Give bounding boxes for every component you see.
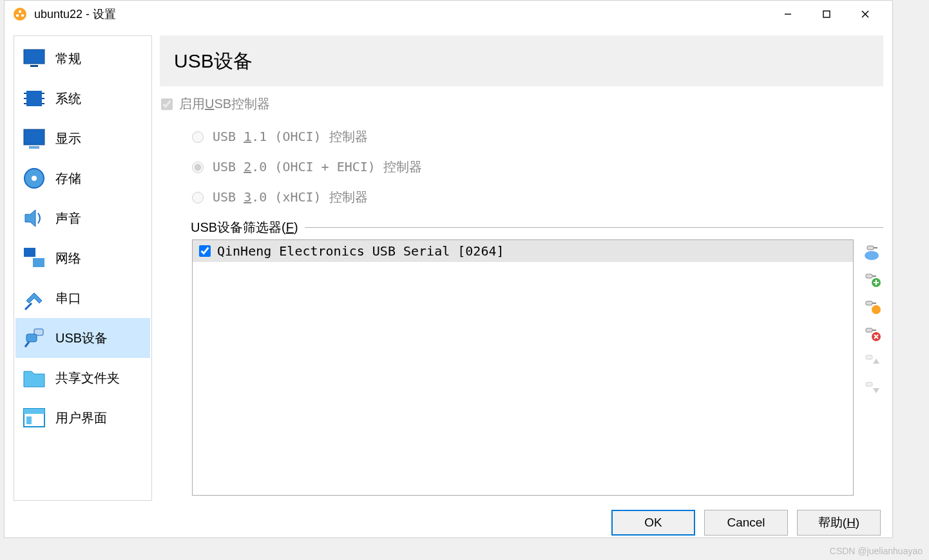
enable-usb-checkbox-row[interactable]: 启用USB控制器 — [161, 93, 883, 115]
filter-heading: USB设备筛选器(F) — [191, 219, 883, 236]
sidebar-item-label: 存储 — [55, 170, 81, 187]
sidebar-item-label: 系统 — [55, 90, 81, 107]
svg-rect-35 — [866, 274, 872, 278]
svg-rect-48 — [866, 355, 872, 359]
usb30-label: USB 3.0 (xHCI) 控制器 — [213, 189, 368, 206]
window-controls — [769, 1, 885, 28]
help-button[interactable]: 帮助(H) — [797, 510, 881, 536]
sidebar-item-system[interactable]: 系统 — [15, 79, 150, 118]
page-header: USB设备 — [160, 35, 883, 86]
sidebar-item-label: USB设备 — [55, 330, 108, 347]
svg-point-42 — [872, 305, 881, 314]
usb11-label: USB 1.1 (OHCI) 控制器 — [213, 128, 368, 145]
sidebar-item-shared-folders[interactable]: 共享文件夹 — [15, 358, 150, 398]
usb30-radio[interactable] — [192, 192, 204, 203]
filter-panel: QinHeng Electronics USB Serial [0264] — [192, 239, 883, 496]
sidebar-item-label: 串口 — [55, 290, 81, 307]
filter-item-checkbox[interactable] — [199, 245, 211, 257]
svg-rect-27 — [26, 334, 37, 342]
sidebar-item-label: 声音 — [55, 210, 81, 227]
cancel-button[interactable]: Cancel — [704, 510, 788, 536]
svg-rect-50 — [866, 382, 872, 386]
svg-point-0 — [14, 8, 26, 21]
screen-icon — [21, 125, 48, 152]
settings-body: 启用USB控制器 USB 1.1 (OHCI) 控制器 USB 2.0 (OHC… — [160, 86, 883, 501]
speaker-icon — [21, 205, 48, 232]
svg-marker-51 — [873, 388, 879, 393]
svg-point-1 — [19, 10, 21, 13]
usb20-radio[interactable] — [192, 162, 204, 173]
watermark: CSDN @juelianhuayao — [830, 546, 923, 556]
sidebar-item-display[interactable]: 显示 — [15, 118, 150, 158]
sidebar-item-audio[interactable]: 声音 — [15, 198, 150, 238]
usb30-radio-row[interactable]: USB 3.0 (xHCI) 控制器 — [192, 182, 883, 212]
sidebar-item-label: 网络 — [55, 250, 81, 267]
svg-point-32 — [865, 251, 879, 260]
usb-icon — [21, 324, 48, 351]
monitor-icon — [21, 45, 48, 72]
svg-rect-23 — [33, 258, 44, 267]
svg-rect-33 — [867, 246, 874, 250]
usb11-radio-row[interactable]: USB 1.1 (OHCI) 控制器 — [192, 122, 883, 152]
svg-marker-49 — [873, 359, 879, 364]
svg-rect-22 — [24, 248, 35, 257]
ui-icon — [21, 404, 48, 431]
filter-item[interactable]: QinHeng Electronics USB Serial [0264] — [193, 240, 853, 262]
sidebar-item-usb[interactable]: USB设备 — [15, 318, 150, 358]
body-area: 常规 系统 显示 存储 声音 网络 — [5, 28, 892, 501]
sidebar-item-label: 用户界面 — [55, 409, 107, 427]
sidebar-item-label: 常规 — [55, 50, 81, 68]
filter-item-label: QinHeng Electronics USB Serial [0264] — [217, 243, 504, 259]
sidebar: 常规 系统 显示 存储 声音 网络 — [14, 35, 152, 501]
svg-rect-17 — [24, 129, 44, 145]
svg-point-2 — [16, 14, 19, 17]
svg-line-25 — [25, 303, 32, 310]
folder-icon — [21, 364, 48, 391]
svg-point-3 — [21, 14, 24, 17]
minimize-button[interactable] — [769, 1, 807, 28]
sidebar-item-label: 共享文件夹 — [55, 369, 120, 387]
svg-rect-40 — [866, 301, 872, 305]
edit-filter-button[interactable] — [860, 295, 883, 318]
network-icon — [21, 245, 48, 272]
enable-usb-label: 启用USB控制器 — [179, 95, 270, 113]
settings-window: ubuntu22 - 设置 常规 系统 显示 存储 — [4, 0, 893, 538]
move-up-button — [860, 349, 883, 372]
maximize-button[interactable] — [807, 1, 846, 28]
dialog-button-bar: OK Cancel 帮助(H) — [5, 501, 892, 545]
remove-filter-button[interactable] — [860, 322, 883, 345]
move-down-button — [860, 376, 883, 399]
disk-icon — [21, 165, 48, 192]
sidebar-item-ui[interactable]: 用户界面 — [15, 398, 150, 438]
sidebar-item-network[interactable]: 网络 — [15, 238, 150, 278]
svg-rect-10 — [26, 91, 42, 106]
sidebar-item-serial[interactable]: 串口 — [15, 278, 150, 318]
svg-rect-18 — [29, 146, 39, 149]
svg-point-20 — [32, 176, 37, 181]
main-panel: USB设备 启用USB控制器 USB 1.1 (OHCI) 控制器 USB 2.… — [160, 35, 883, 501]
svg-rect-30 — [24, 409, 44, 414]
page-title: USB设备 — [174, 48, 869, 75]
divider — [305, 227, 883, 228]
sidebar-item-label: 显示 — [55, 130, 81, 147]
add-filter-button[interactable] — [860, 268, 883, 291]
close-button[interactable] — [846, 1, 885, 28]
filter-heading-label: USB设备筛选器(F) — [191, 219, 298, 236]
svg-rect-31 — [26, 416, 32, 424]
app-icon — [12, 6, 28, 22]
svg-line-28 — [25, 342, 29, 347]
usb20-radio-row[interactable]: USB 2.0 (OHCI + EHCI) 控制器 — [192, 152, 883, 182]
titlebar: ubuntu22 - 设置 — [5, 1, 892, 28]
ok-button[interactable]: OK — [611, 510, 695, 536]
enable-usb-checkbox[interactable] — [161, 98, 173, 110]
chip-icon — [21, 85, 48, 112]
svg-marker-21 — [25, 210, 35, 227]
add-empty-filter-button[interactable] — [860, 241, 883, 264]
usb11-radio[interactable] — [192, 131, 204, 143]
window-title: ubuntu22 - 设置 — [34, 6, 769, 22]
sidebar-item-storage[interactable]: 存储 — [15, 158, 150, 198]
filter-list[interactable]: QinHeng Electronics USB Serial [0264] — [192, 239, 854, 496]
svg-marker-24 — [26, 293, 42, 303]
svg-rect-9 — [30, 65, 38, 67]
sidebar-item-general[interactable]: 常规 — [15, 39, 150, 79]
